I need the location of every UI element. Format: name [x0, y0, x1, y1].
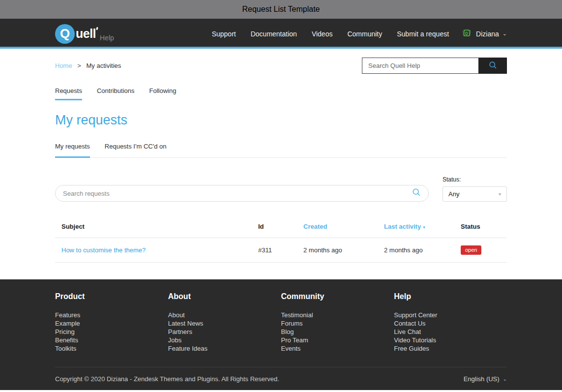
request-created: 2 months ago — [303, 246, 384, 254]
footer-link-support-center[interactable]: Support Center — [394, 311, 507, 319]
header-search-button[interactable] — [478, 58, 507, 74]
footer: Product Features Example Pricing Benefit… — [0, 279, 562, 390]
footer-column-title: Help — [394, 292, 507, 301]
page-title: My requests — [55, 113, 507, 128]
requests-table: Subject Id Created Last activity▾ Status… — [55, 215, 507, 263]
footer-column-product: Product Features Example Pricing Benefit… — [55, 292, 168, 353]
footer-link-pro-team[interactable]: Pro Team — [281, 336, 394, 344]
language-selector[interactable]: English (US) ⌄ — [464, 375, 507, 383]
footer-link-forums[interactable]: Forums — [281, 319, 394, 328]
diziana-logo-icon — [462, 28, 472, 40]
breadcrumb-separator: > — [77, 62, 81, 69]
requests-subtabs: My requests Requests I'm CC'd on — [55, 143, 507, 158]
activities-tabs: Requests Contributions Following — [55, 87, 507, 100]
chevron-down-icon: ⌄ — [503, 376, 507, 382]
status-badge: open — [461, 245, 481, 255]
column-header-last-activity[interactable]: Last activity▾ — [384, 223, 461, 230]
footer-column-community: Community Testimonial Forums Blog Pro Te… — [281, 292, 394, 353]
breadcrumb-current: My activities — [87, 62, 121, 69]
footer-link-free-guides[interactable]: Free Guides — [394, 344, 507, 353]
nav-links: Support Documentation Videos Community S… — [197, 28, 507, 40]
request-subject-link[interactable]: How to customise the theme? — [61, 246, 258, 254]
request-last-activity: 2 months ago — [384, 246, 461, 254]
user-name: Diziana — [476, 30, 499, 38]
footer-link-feature-ideas[interactable]: Feature Ideas — [168, 344, 281, 353]
footer-column-help: Help Support Center Contact Us Live Chat… — [394, 292, 507, 353]
footer-link-example[interactable]: Example — [55, 319, 168, 328]
content-area: Home > My activities Requests — [0, 49, 562, 279]
footer-link-live-chat[interactable]: Live Chat — [394, 328, 507, 336]
subtab-my-requests[interactable]: My requests — [55, 143, 90, 158]
user-menu[interactable]: Diziana ⌄ — [462, 28, 507, 40]
header-search-input[interactable] — [362, 58, 478, 74]
footer-column-about: About About Latest News Partners Jobs Fe… — [168, 292, 281, 353]
sort-desc-icon: ▾ — [423, 225, 425, 230]
tab-following[interactable]: Following — [149, 87, 177, 100]
logo-tagline: Help — [100, 34, 114, 44]
footer-link-toolkits[interactable]: Toolkits — [55, 344, 168, 353]
nav-link-documentation[interactable]: Documentation — [251, 30, 297, 38]
search-icon[interactable] — [412, 188, 421, 199]
request-id: #311 — [258, 246, 303, 254]
requests-search — [55, 185, 429, 202]
footer-link-jobs[interactable]: Jobs — [168, 336, 281, 344]
chevron-down-icon: ▾ — [499, 191, 501, 197]
header-search — [362, 58, 507, 74]
nav-link-submit-request[interactable]: Submit a request — [397, 30, 449, 38]
status-selected-value: Any — [448, 190, 459, 198]
search-icon — [489, 61, 497, 71]
logo-name: uell — [76, 27, 96, 41]
footer-link-features[interactable]: Features — [55, 311, 168, 319]
quell-logo[interactable]: Q uell Help — [55, 24, 114, 44]
footer-link-blog[interactable]: Blog — [281, 328, 394, 336]
subtab-requests-ccd[interactable]: Requests I'm CC'd on — [105, 143, 167, 158]
window-title: Request List Template — [242, 5, 320, 14]
last-activity-label: Last activity — [384, 223, 421, 230]
footer-link-benefits[interactable]: Benefits — [55, 336, 168, 344]
tab-requests[interactable]: Requests — [55, 87, 82, 100]
footer-link-pricing[interactable]: Pricing — [55, 328, 168, 336]
footer-column-title: About — [168, 292, 281, 301]
breadcrumb-home-link[interactable]: Home — [55, 62, 72, 69]
footer-link-events[interactable]: Events — [281, 344, 394, 353]
table-header-row: Subject Id Created Last activity▾ Status — [55, 215, 507, 238]
status-label: Status: — [443, 176, 507, 183]
footer-link-latest-news[interactable]: Latest News — [168, 319, 281, 328]
footer-column-title: Community — [281, 292, 394, 301]
column-header-id: Id — [258, 223, 303, 230]
nav-link-videos[interactable]: Videos — [312, 30, 333, 38]
breadcrumb: Home > My activities — [55, 62, 121, 69]
copyright-text: Copyright © 2020 Diziana - Zendesk Theme… — [55, 375, 279, 383]
column-header-created[interactable]: Created — [303, 223, 384, 230]
footer-link-contact-us[interactable]: Contact Us — [394, 319, 507, 328]
footer-link-video-tutorials[interactable]: Video Tutorials — [394, 336, 507, 344]
navbar: Q uell Help Support Documentation Videos… — [0, 19, 562, 49]
requests-search-input[interactable] — [63, 190, 412, 197]
column-header-status: Status — [461, 223, 507, 230]
footer-link-partners[interactable]: Partners — [168, 328, 281, 336]
window-titlebar: Request List Template — [0, 0, 562, 19]
table-row: How to customise the theme? #311 2 month… — [55, 238, 507, 263]
status-dropdown[interactable]: Any ▾ — [443, 186, 507, 202]
chevron-down-icon: ⌄ — [503, 30, 507, 37]
footer-link-about[interactable]: About — [168, 311, 281, 319]
language-label: English (US) — [464, 375, 500, 383]
footer-link-testimonial[interactable]: Testimonial — [281, 311, 394, 319]
tab-contributions[interactable]: Contributions — [97, 87, 135, 100]
nav-link-community[interactable]: Community — [347, 30, 382, 38]
footer-column-title: Product — [55, 292, 168, 301]
column-header-subject: Subject — [61, 223, 258, 230]
nav-link-support[interactable]: Support — [212, 30, 236, 38]
quell-logo-icon: Q — [55, 24, 75, 44]
